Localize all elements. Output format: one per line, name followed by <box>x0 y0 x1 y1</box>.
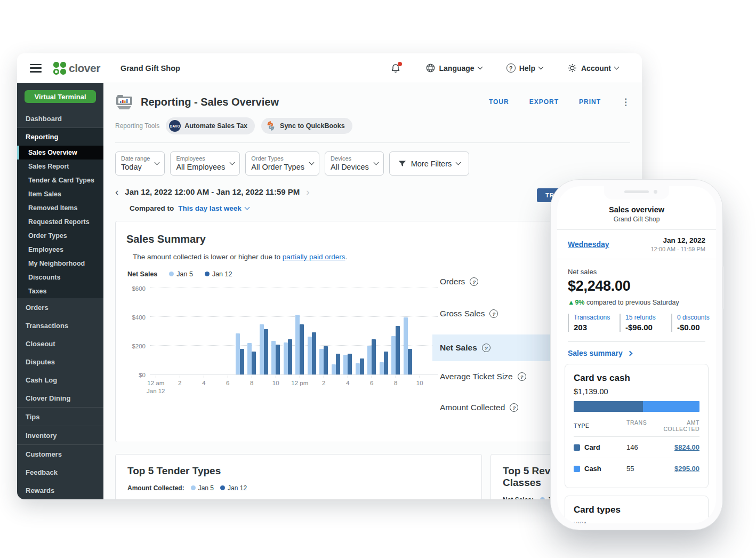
automate-sales-tax-badge[interactable]: DAVO Automate Sales Tax <box>166 117 255 134</box>
phone-stats-row: Transactions 203 15 refunds -$96.00 0 di… <box>557 306 716 332</box>
cash-amount-link[interactable]: $295.00 <box>674 465 699 473</box>
x-axis-tick <box>420 376 420 378</box>
stat-refunds[interactable]: 15 refunds -$96.00 <box>620 314 664 332</box>
date-range-filter[interactable]: Date range Today <box>115 152 165 176</box>
phone-date: Jan 12, 2022 12:00 AM - 11:59 PM <box>650 236 705 252</box>
card-amount-link[interactable]: $824.00 <box>674 443 699 451</box>
hamburger-menu-icon[interactable] <box>30 64 42 73</box>
card-vs-cash-table: TYPE TRANS AMT COLLECTED Card 146 $824.0… <box>574 419 699 479</box>
page-title: Reporting - Sales Overview <box>141 96 279 108</box>
globe-icon <box>425 63 436 73</box>
sidebar-item-removed-items[interactable]: Removed Items <box>17 201 103 215</box>
gridline <box>150 316 438 317</box>
sidebar-item-requested-reports[interactable]: Requested Reports <box>17 215 103 229</box>
bar-jan12-hour-17 <box>360 358 364 374</box>
info-icon[interactable]: ? <box>489 309 498 318</box>
card-types-card: Card types VISA $528.00 <box>565 496 709 523</box>
sidebar-item-sales-overview[interactable]: Sales Overview <box>17 146 103 160</box>
sidebar-item-closeout[interactable]: Closeout <box>17 334 103 353</box>
clover-logo[interactable]: clover <box>53 62 100 75</box>
chevron-down-icon <box>244 205 250 210</box>
stat-transactions[interactable]: Transactions 203 <box>568 314 613 332</box>
card-swatch <box>574 444 580 451</box>
sidebar-item-order-types[interactable]: Order Types <box>17 229 103 243</box>
sidebar-item-cash-log[interactable]: Cash Log <box>17 371 103 389</box>
info-icon[interactable]: ? <box>482 344 490 352</box>
sidebar-item-dashboard[interactable]: Dashboard <box>17 109 103 128</box>
phone-screen: Sales overview Grand Gift Shop Wednesday… <box>557 186 716 523</box>
x-axis-tick-label: 8 <box>250 380 253 386</box>
info-icon[interactable]: ? <box>470 277 478 286</box>
next-date-icon[interactable]: › <box>306 188 309 196</box>
stat-discounts[interactable]: 0 discounts -$0.00 <box>671 314 716 332</box>
language-menu[interactable]: Language <box>425 63 482 73</box>
reporting-tools-row: Reporting Tools DAVO Automate Sales Tax … <box>115 117 630 134</box>
sidebar-item-sales-report[interactable]: Sales Report <box>17 160 103 173</box>
bar-jan5-hour-9 <box>260 324 264 375</box>
sidebar-item-disputes[interactable]: Disputes <box>17 353 103 371</box>
shop-name: Grand Gift Shop <box>120 64 180 73</box>
tour-button[interactable]: TOUR <box>489 98 509 106</box>
account-menu[interactable]: Account <box>567 63 618 73</box>
x-axis-tick <box>180 376 180 378</box>
stacked-bar-segment-card <box>574 401 643 412</box>
reporting-tools-label: Reporting Tools <box>115 122 159 130</box>
sidebar-item-inventory[interactable]: Inventory <box>17 426 103 444</box>
more-options-icon[interactable]: ⋮ <box>621 97 630 108</box>
sidebar-item-rewards[interactable]: Rewards <box>17 481 103 499</box>
notifications-bell-icon[interactable] <box>390 63 401 74</box>
bar-jan5-hour-13 <box>308 337 312 374</box>
sidebar-item-employees[interactable]: Employees <box>17 243 103 257</box>
sidebar-item-reporting[interactable]: Reporting <box>17 128 103 146</box>
sidebar-item-taxes[interactable]: Taxes <box>17 284 103 298</box>
sidebar-item-feedback[interactable]: Feedback <box>17 463 103 481</box>
x-axis-tick-label: 6 <box>370 380 373 386</box>
devices-filter[interactable]: Devices All Devices <box>325 152 384 176</box>
export-button[interactable]: EXPORT <box>529 98 559 106</box>
more-filters-button[interactable]: More Filters <box>389 152 470 176</box>
y-axis-tick-label: $0 <box>126 372 146 378</box>
sidebar-item-tips[interactable]: Tips <box>17 407 103 426</box>
sales-summary-link[interactable]: Sales summary <box>557 342 716 360</box>
page-header: Reporting - Sales Overview TOUR EXPORT P… <box>115 94 630 110</box>
weekday-link[interactable]: Wednesday <box>568 240 609 249</box>
card-vs-cash-total: $1,139.00 <box>574 387 699 396</box>
help-icon: ? <box>506 63 516 73</box>
sidebar-item-my-neighborhood[interactable]: My Neighborhood <box>17 257 103 270</box>
sync-to-quickbooks-badge[interactable]: Sync to QuickBooks <box>261 118 352 134</box>
y-axis-tick-label: $600 <box>126 285 146 292</box>
virtual-terminal-button[interactable]: Virtual Terminal <box>25 90 96 103</box>
bar-jan5-hour-16 <box>343 355 348 374</box>
sidebar-item-transactions[interactable]: Transactions <box>17 316 103 334</box>
cash-swatch <box>574 466 580 472</box>
info-icon[interactable]: ? <box>518 372 526 381</box>
order-types-filter[interactable]: Order Types All Order Types <box>245 152 319 176</box>
bar-jan5-hour-14 <box>319 349 324 374</box>
bar-jan12-hour-11 <box>288 339 292 374</box>
bar-jan12-hour-16 <box>348 354 352 374</box>
x-axis-tick-label: 8 <box>394 380 397 386</box>
notification-dot <box>398 62 402 66</box>
compared-to-select[interactable]: This day last week <box>178 204 249 212</box>
brand-wordmark: clover <box>69 62 100 75</box>
stacked-bar-segment-cash <box>643 401 699 412</box>
info-icon[interactable]: ? <box>510 403 518 412</box>
help-menu[interactable]: ? Help <box>506 63 543 73</box>
partially-paid-orders-link[interactable]: partially paid orders <box>283 253 345 261</box>
bar-jan12-hour-10 <box>276 345 280 374</box>
bar-jan12-hour-7 <box>240 349 244 374</box>
bar-jan12-hour-21 <box>408 349 412 374</box>
x-axis-tick <box>300 376 300 378</box>
employees-filter[interactable]: Employees All Employees <box>170 152 240 176</box>
sidebar-item-discounts[interactable]: Discounts <box>17 270 103 284</box>
sidebar-item-orders[interactable]: Orders <box>17 298 103 316</box>
previous-date-icon[interactable]: ‹ <box>115 188 118 196</box>
bar-jan12-hour-14 <box>324 346 328 374</box>
print-button[interactable]: PRINT <box>579 98 601 106</box>
legend-dot-jan12 <box>205 272 210 276</box>
sidebar-item-clover-dining[interactable]: Clover Dining <box>17 389 103 407</box>
chevron-down-icon <box>373 160 379 165</box>
sidebar-item-item-sales[interactable]: Item Sales <box>17 187 103 201</box>
sidebar-item-tender-card-types[interactable]: Tender & Card Types <box>17 173 103 187</box>
sidebar-item-customers[interactable]: Customers <box>17 444 103 463</box>
